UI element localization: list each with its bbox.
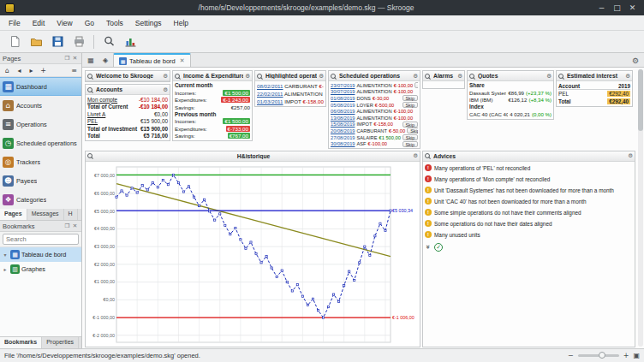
sidebar-item-operations[interactable]: ≡Operations — [0, 115, 81, 134]
new-document-button[interactable] — [5, 33, 24, 50]
expand-advices-icon[interactable]: » — [424, 245, 432, 249]
quote-unit-link[interactable]: CAC 40 (CAC 40) — [469, 111, 508, 117]
advice-item[interactable]: !Many unused units — [425, 229, 633, 240]
zoom-slider[interactable] — [578, 354, 619, 357]
skip-button[interactable]: Skip — [402, 95, 419, 101]
scheduled-date-link[interactable]: 05/08/2019 — [331, 103, 355, 108]
scrollbar-thumb[interactable] — [638, 69, 643, 131]
add-icon[interactable]: + — [38, 65, 49, 75]
advice-item[interactable]: !Unit 'CAC 40' has not been downloaded f… — [425, 196, 633, 207]
skip-button[interactable]: Skip — [402, 141, 419, 147]
configure-icon[interactable]: ⚙ — [163, 86, 168, 93]
scheduled-widget-header[interactable]: Scheduled operations ⚙ — [329, 71, 420, 81]
close-dock-icon[interactable]: ✕ — [71, 223, 79, 229]
chart-button[interactable] — [121, 33, 140, 50]
print-button[interactable] — [69, 33, 88, 50]
save-button[interactable] — [48, 33, 67, 50]
interest-widget-header[interactable]: Estimated interest ⚙ — [557, 71, 632, 81]
configure-icon[interactable]: ⚙ — [413, 152, 418, 159]
highlighted-operation-row[interactable]: 08/02/2011 CARBURANT €-50,00 — [257, 82, 324, 90]
highlighted-operation-row[interactable]: 01/03/2011 IMPOT €-158,00 — [257, 98, 324, 105]
advice-item[interactable]: !Some simple operations do not have thei… — [425, 207, 633, 218]
menu-icon[interactable]: ≡ — [69, 65, 80, 75]
bookmark-graphes[interactable]: ▸▥Graphes — [0, 262, 81, 276]
dashboard-configure-button[interactable]: ⚙ — [629, 54, 642, 67]
tab-h[interactable]: H — [64, 209, 78, 220]
operation-date-link[interactable]: 08/02/2011 — [257, 83, 283, 89]
advice-item[interactable]: !Some operations do not have their dates… — [425, 218, 633, 229]
scheduled-date-link[interactable]: 20/08/2019 — [331, 128, 355, 134]
skip-button[interactable]: Skip — [402, 134, 418, 140]
advices-widget-header[interactable]: Advices ⚙ — [423, 151, 635, 162]
scheduled-date-link[interactable]: 13/08/2019 — [331, 116, 355, 121]
configure-icon[interactable]: ⚙ — [245, 73, 250, 80]
bookmark-search-input[interactable] — [3, 234, 79, 245]
configure-icon[interactable]: ⚙ — [457, 73, 462, 80]
advice-item[interactable]: !Unit 'Dassault Systemes' has not been d… — [425, 185, 633, 196]
account-link[interactable]: PEL — [87, 118, 98, 124]
quotes-widget-header[interactable]: Quotes ⚙ — [468, 71, 553, 81]
operation-date-link[interactable]: 22/02/2011 — [257, 91, 283, 97]
apply-advices-icon[interactable]: ✓ — [434, 243, 443, 252]
home-icon[interactable]: ⌂ — [2, 65, 13, 75]
sidebar-item-categories[interactable]: ❖Categories — [0, 190, 81, 209]
tab-bookmarks[interactable]: Bookmarks — [0, 337, 42, 348]
historique-widget-header[interactable]: H&istorique ⚙ — [86, 151, 420, 162]
configure-icon[interactable]: ⚙ — [163, 73, 168, 80]
advice-item[interactable]: !Many operations of 'PEL' not reconciled — [425, 163, 633, 174]
configure-icon[interactable]: ⚙ — [413, 73, 418, 80]
zoom-in-button[interactable]: + — [623, 352, 629, 359]
scheduled-date-link[interactable]: 27/08/2019 — [331, 135, 355, 140]
accounts-widget-header[interactable]: Accounts ⚙ — [86, 85, 170, 95]
tab-messages[interactable]: Messages — [27, 209, 64, 220]
expander-closed-icon[interactable]: ▸ — [2, 266, 9, 272]
tab-close-icon[interactable]: ✕ — [180, 57, 185, 64]
sidebar-item-scheduled-operations[interactable]: ◷Scheduled operations — [0, 134, 81, 152]
advice-item[interactable]: !Many operations of 'Mon compte' not rec… — [425, 174, 633, 185]
sidebar-item-accounts[interactable]: ⌂Accounts — [0, 96, 81, 115]
expander-open-icon[interactable]: ▾ — [2, 252, 9, 258]
float-dock-icon[interactable]: ❐ — [63, 223, 71, 229]
search-button[interactable] — [99, 33, 118, 50]
next-icon[interactable]: ▸ — [26, 65, 37, 75]
sidebar-item-trackers[interactable]: ◎Trackers — [0, 152, 81, 171]
scheduled-date-link[interactable]: 23/07/2019 — [331, 83, 355, 88]
scheduled-date-link[interactable]: 30/08/2019 — [331, 141, 355, 146]
menu-go[interactable]: Go — [79, 17, 100, 29]
scheduled-date-link[interactable]: 06/08/2019 — [331, 109, 355, 114]
tab-pages[interactable]: Pages — [0, 209, 27, 220]
scheduled-date-link[interactable]: 30/07/2019 — [331, 89, 355, 94]
tab-tableau-de-bord[interactable]: ▦ Tableau de bord ✕ — [113, 53, 191, 67]
menu-help[interactable]: Help — [168, 17, 194, 29]
account-link[interactable]: Livret A — [87, 111, 105, 117]
sidebar-item-dashboard[interactable]: ▦Dashboard — [0, 77, 81, 96]
close-button[interactable]: ✕ — [626, 3, 639, 12]
quote-unit-link[interactable]: Dassault Systemes (DASTY) — [469, 90, 506, 96]
dashboard-scrollbar[interactable] — [638, 69, 643, 347]
highlighted-operation-row[interactable]: 22/02/2011 ALIMENTATION €-100,00 — [257, 90, 324, 98]
sidebar-item-payees[interactable]: ☻Payees — [0, 171, 81, 190]
close-dock-icon[interactable]: ✕ — [71, 55, 79, 62]
tab-properties[interactable]: Properties — [42, 337, 79, 348]
income-widget-header[interactable]: Income & Expenditure ⚙ — [173, 71, 252, 81]
account-link[interactable]: Mon compte — [87, 97, 117, 103]
configure-icon[interactable]: ⚙ — [546, 73, 552, 80]
configure-icon[interactable]: ⚙ — [319, 73, 324, 80]
maximize-button[interactable]: □ — [611, 3, 623, 12]
minimize-button[interactable]: − — [595, 3, 608, 12]
panel-toggle-button[interactable]: ▣ — [633, 352, 640, 359]
previous-icon[interactable]: ◂ — [14, 65, 25, 75]
skip-button[interactable]: Skip — [402, 122, 419, 128]
zoom-out-button[interactable]: − — [568, 352, 574, 359]
menu-settings[interactable]: Settings — [129, 17, 168, 29]
scheduled-date-link[interactable]: 15/08/2019 — [331, 122, 355, 127]
tab-pin-button[interactable]: ◈ — [98, 54, 112, 67]
configure-icon[interactable]: ⚙ — [628, 152, 633, 159]
menu-edit[interactable]: Edit — [27, 17, 51, 29]
quote-unit-link[interactable]: IBM (IBM) — [469, 97, 506, 103]
highlighted-widget-header[interactable]: Highlighted operations ⚙ — [255, 71, 325, 81]
open-folder-button[interactable] — [27, 33, 45, 50]
skip-button[interactable]: Skip — [407, 128, 418, 134]
skip-button[interactable]: Skip — [414, 82, 418, 88]
scheduled-date-link[interactable]: 01/08/2019 — [331, 96, 355, 101]
